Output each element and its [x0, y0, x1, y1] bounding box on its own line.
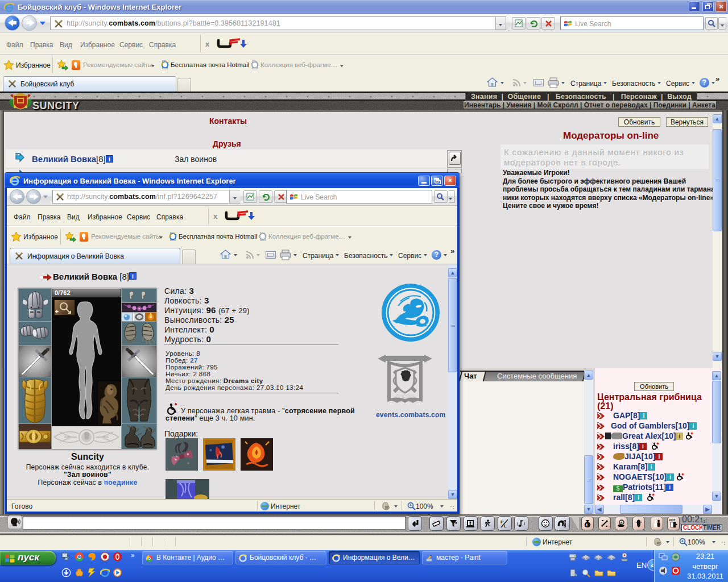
svg-text:events: events [396, 392, 415, 399]
svg-text:EXIT: EXIT [669, 519, 676, 522]
